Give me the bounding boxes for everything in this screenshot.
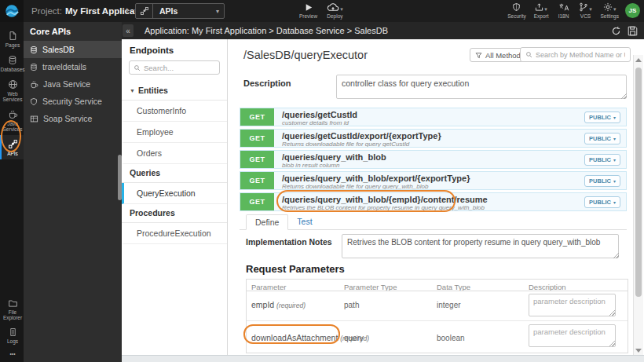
endpoint-row[interactable]: GET /queries/getCustId customer details … bbox=[240, 108, 627, 126]
request-parameters-table: Parameter Parameter Type Data Type Descr… bbox=[246, 279, 628, 353]
scroll-up-arrow[interactable] bbox=[635, 58, 642, 62]
core-api-label: Java Service bbox=[43, 79, 90, 89]
visibility-dropdown[interactable]: PUBLIC ▾ bbox=[584, 133, 620, 144]
visibility-dropdown[interactable]: PUBLIC ▾ bbox=[584, 175, 620, 187]
endpoint-row[interactable]: GET /queries/query_with_blob/export/{exp… bbox=[240, 171, 627, 190]
methods-filter-label: All Methods bbox=[485, 51, 525, 60]
endpoints-group-entities[interactable]: ▼ Entities bbox=[122, 82, 227, 101]
endpoint-item-queryexecution[interactable]: QueryExecution bbox=[122, 183, 227, 204]
visibility-label: PUBLIC bbox=[589, 199, 611, 206]
search-icon bbox=[525, 51, 532, 58]
visibility-dropdown[interactable]: PUBLIC ▾ bbox=[584, 196, 620, 208]
visibility-dropdown[interactable]: PUBLIC ▾ bbox=[584, 154, 620, 166]
scrollbar-thumb[interactable] bbox=[635, 68, 642, 297]
chevron-right-icon: › bbox=[126, 3, 130, 16]
param-data-type: integer bbox=[437, 301, 461, 309]
endpoint-item-orders[interactable]: Orders bbox=[122, 143, 227, 164]
method-search[interactable] bbox=[520, 47, 631, 62]
core-apis-scrollbar-thumb[interactable] bbox=[118, 155, 122, 200]
rail-item-file-explorer[interactable]: File Explorer bbox=[0, 294, 24, 324]
table-divider bbox=[247, 291, 628, 291]
endpoint-row-selected[interactable]: GET /queries/query_with_blob/{empId}/con… bbox=[240, 192, 627, 211]
footer-strip bbox=[122, 355, 644, 362]
security-label: Security bbox=[507, 13, 525, 19]
endpoint-item-customerinfo[interactable]: CustomerInfo bbox=[122, 101, 227, 122]
topbar-right-actions: Security ▾ Export bbox=[507, 2, 619, 19]
core-apis-title: Core APIs bbox=[24, 22, 122, 41]
refresh-icon[interactable] bbox=[611, 26, 621, 36]
rail-label: Logs bbox=[7, 338, 18, 344]
endpoints-group-queries[interactable]: Queries bbox=[122, 164, 227, 183]
rail-item-pages[interactable]: Pages bbox=[0, 27, 24, 51]
artifact-selector-dropdown[interactable]: APIs ▾ bbox=[135, 3, 225, 19]
endpoints-search-input[interactable] bbox=[144, 64, 215, 72]
user-avatar[interactable]: JS bbox=[625, 3, 640, 18]
export-label: Export bbox=[534, 13, 549, 19]
rail-item-apis[interactable]: APIs bbox=[0, 135, 24, 159]
tab-define[interactable]: Define bbox=[246, 214, 288, 230]
collapse-panel-button[interactable]: « bbox=[123, 24, 134, 37]
export-button[interactable]: ▾ Export bbox=[534, 2, 549, 19]
endpoints-search[interactable] bbox=[129, 60, 220, 75]
param-description-textarea[interactable] bbox=[529, 324, 616, 347]
implementation-notes-textarea[interactable]: Retrives the BLOB content for property r… bbox=[342, 234, 619, 258]
rail-item-more[interactable]: ••• bbox=[0, 347, 24, 360]
core-api-item-soap-service[interactable]: Soap Service bbox=[24, 110, 122, 127]
scroll-down-arrow[interactable] bbox=[635, 349, 642, 353]
core-api-item-salesdb[interactable]: SalesDB bbox=[24, 41, 122, 58]
vcs-button[interactable]: ▾ VCS bbox=[579, 2, 593, 19]
endpoint-row[interactable]: GET /queries/query_with_blob blob in res… bbox=[240, 150, 627, 169]
method-badge: GET bbox=[240, 108, 274, 126]
deploy-label: Deploy bbox=[327, 13, 342, 19]
core-api-label: SalesDB bbox=[42, 45, 75, 54]
endpoint-row[interactable]: GET /queries/getCustId/export/{exportTyp… bbox=[240, 129, 627, 148]
endpoint-item-employee[interactable]: Employee bbox=[122, 122, 227, 143]
deploy-button[interactable]: ▾ Deploy bbox=[327, 2, 343, 19]
endpoints-group-procedures[interactable]: Procedures bbox=[122, 204, 227, 223]
caret-down-icon: ▾ bbox=[613, 136, 616, 141]
wavemaker-logo[interactable] bbox=[0, 0, 24, 22]
database-icon bbox=[30, 46, 38, 54]
core-api-label: traveldetails bbox=[42, 62, 86, 71]
translate-icon bbox=[558, 2, 569, 12]
method-badge: GET bbox=[240, 193, 274, 210]
preview-button[interactable]: Preview bbox=[299, 2, 317, 19]
method-search-input[interactable] bbox=[536, 51, 625, 59]
rail-label: Databases bbox=[0, 67, 24, 72]
endpoint-url: /queries/getCustId/export/{exportType} bbox=[282, 131, 584, 141]
param-data-type: boolean bbox=[437, 334, 465, 342]
method-badge: GET bbox=[240, 151, 274, 168]
vertical-scrollbar[interactable] bbox=[633, 55, 643, 356]
rail-item-databases[interactable]: Databases bbox=[0, 51, 24, 75]
settings-label: Settings bbox=[601, 13, 620, 19]
settings-button[interactable]: ▾ Settings bbox=[601, 2, 620, 19]
gear-icon bbox=[603, 2, 613, 12]
rail-item-java-services[interactable]: Java Services bbox=[0, 105, 24, 135]
caret-down-icon: ▾ bbox=[613, 199, 616, 205]
core-api-item-traveldetails[interactable]: traveldetails bbox=[24, 58, 122, 75]
core-api-item-java-service[interactable]: Java Service bbox=[24, 75, 122, 93]
shield-icon bbox=[30, 97, 38, 106]
i18n-button[interactable]: I18N bbox=[557, 2, 571, 19]
export-icon bbox=[535, 2, 543, 12]
endpoint-item-procedureexecution[interactable]: ProcedureExecution bbox=[122, 223, 227, 244]
description-textarea[interactable]: controller class for query execution bbox=[336, 75, 627, 99]
wavemaker-logo-icon bbox=[5, 4, 19, 18]
rail-item-logs[interactable]: Logs bbox=[0, 324, 24, 347]
security-button[interactable]: Security bbox=[507, 2, 525, 19]
param-type: query bbox=[344, 334, 364, 342]
i18n-label: I18N bbox=[558, 13, 569, 19]
rail-item-web-services[interactable]: Web Services bbox=[0, 75, 24, 105]
param-type: path bbox=[344, 301, 359, 309]
rail-label: Java Services bbox=[2, 121, 24, 132]
app-breadcrumb: Application: My First Application > Data… bbox=[145, 26, 388, 35]
save-icon[interactable] bbox=[628, 26, 638, 36]
core-api-item-security-service[interactable]: Security Service bbox=[24, 93, 122, 110]
tab-test[interactable]: Test bbox=[288, 214, 320, 229]
logs-icon bbox=[9, 327, 17, 337]
visibility-dropdown[interactable]: PUBLIC ▾ bbox=[584, 112, 620, 123]
app-window: Project: My First Application › APIs ▾ P… bbox=[0, 0, 644, 362]
param-description-textarea[interactable] bbox=[529, 294, 616, 316]
rail-label: File Explorer bbox=[2, 309, 24, 320]
database-icon bbox=[8, 55, 17, 65]
